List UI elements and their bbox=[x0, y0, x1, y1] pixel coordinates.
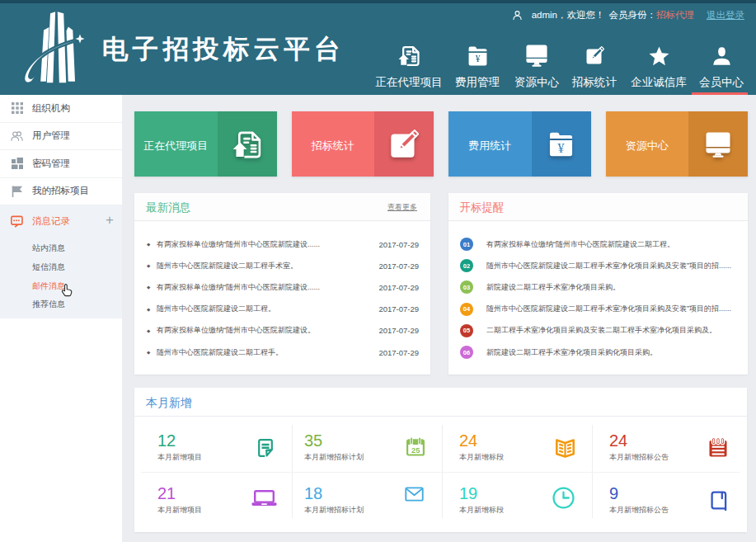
svg-text:¥: ¥ bbox=[475, 54, 480, 64]
svg-text:25: 25 bbox=[411, 445, 420, 455]
svg-text:¥: ¥ bbox=[557, 141, 565, 155]
